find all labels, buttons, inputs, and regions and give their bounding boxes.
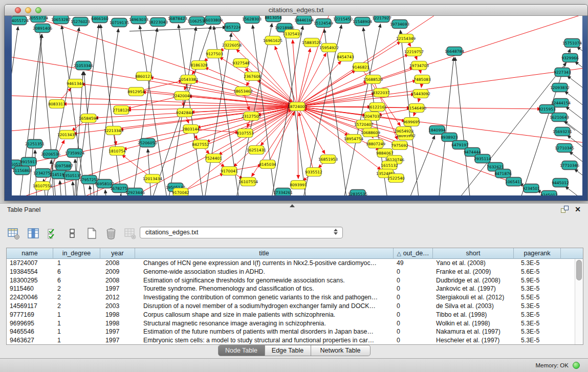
- graph-node[interactable]: 18107554: [33, 182, 52, 190]
- column-header-title[interactable]: title: [135, 248, 394, 259]
- graph-node[interactable]: 9234501: [522, 184, 540, 193]
- citation-edge-black[interactable]: [73, 25, 99, 195]
- column-header-short[interactable]: short: [433, 248, 514, 259]
- tab-network-table[interactable]: Network Table: [311, 345, 371, 356]
- import-table-button[interactable]: [123, 226, 138, 241]
- citation-edge-black[interactable]: [129, 27, 226, 31]
- memory-status-indicator[interactable]: [573, 362, 580, 369]
- graph-node[interactable]: 12835535: [348, 190, 367, 196]
- graph-node[interactable]: 19734703: [409, 61, 429, 70]
- graph-node[interactable]: 7485083: [413, 75, 431, 84]
- graph-node[interactable]: 15883520: [302, 38, 321, 47]
- graph-node[interactable]: 10975887: [54, 162, 73, 170]
- rows-button[interactable]: [64, 226, 80, 241]
- graph-node[interactable]: 21251351: [25, 140, 45, 148]
- graph-node[interactable]: 2803144: [182, 125, 200, 134]
- graph-node[interactable]: 9329966: [561, 54, 579, 62]
- graph-node[interactable]: 11325419: [282, 30, 302, 38]
- table-settings-button[interactable]: [6, 226, 21, 241]
- network-canvas[interactable]: 1872400724055724205537242089140610653287…: [12, 16, 582, 195]
- graph-node[interactable]: 9461344: [67, 79, 84, 88]
- graph-node[interactable]: 15720407: [354, 120, 374, 129]
- citation-edge-black[interactable]: [60, 181, 63, 195]
- graph-node[interactable]: 8186328: [190, 61, 208, 70]
- graph-node[interactable]: 20553724: [29, 16, 48, 23]
- citation-edge-black[interactable]: [565, 186, 582, 195]
- graph-node[interactable]: 1615132: [381, 161, 398, 170]
- graph-node[interactable]: 16122161: [367, 103, 387, 112]
- citation-edge-red[interactable]: [12, 106, 297, 139]
- graph-node[interactable]: 20891406: [33, 24, 52, 33]
- graph-node[interactable]: 14963033: [129, 16, 148, 24]
- graph-node[interactable]: 9146821: [352, 63, 369, 72]
- graph-node[interactable]: 12710345: [555, 144, 574, 152]
- graph-node[interactable]: 15954922: [319, 43, 339, 52]
- graph-node[interactable]: 18653462: [233, 87, 253, 96]
- graph-node[interactable]: 9170041: [221, 167, 238, 176]
- graph-node[interactable]: 16584594: [79, 114, 98, 123]
- graph-node[interactable]: 23127505: [242, 112, 261, 121]
- graph-node[interactable]: 6466160: [91, 16, 108, 23]
- graph-node[interactable]: 7524401: [205, 154, 222, 163]
- scrollbar-thumb[interactable]: [576, 260, 582, 280]
- citation-edge-red[interactable]: [297, 54, 408, 106]
- graph-node[interactable]: 11548908: [353, 17, 372, 26]
- graph-node[interactable]: 9170042: [172, 188, 189, 196]
- graph-node[interactable]: 12219757: [404, 48, 424, 56]
- graph-node[interactable]: 2367608: [244, 72, 261, 81]
- splitter-arrow-icon[interactable]: [290, 204, 295, 207]
- graph-node[interactable]: 16033809: [203, 16, 223, 25]
- graph-node[interactable]: 18223043: [148, 18, 168, 27]
- vertical-scrollbar[interactable]: [575, 259, 583, 344]
- graph-node[interactable]: 16878423: [168, 16, 187, 23]
- graph-node[interactable]: 17334261: [273, 188, 293, 196]
- citation-edge-black[interactable]: [105, 190, 109, 195]
- graph-node[interactable]: 10543382: [179, 75, 198, 84]
- graph-node[interactable]: 9242844: [176, 108, 193, 117]
- citation-edge-black[interactable]: [455, 57, 472, 195]
- graph-node[interactable]: 1810754: [108, 147, 126, 156]
- graph-node[interactable]: 17359924: [65, 149, 84, 158]
- table-selector-dropdown[interactable]: citations_edges.txt: [140, 227, 343, 238]
- graph-node[interactable]: 18954754: [344, 135, 363, 143]
- table-row[interactable]: 1456911722003Disruption of a novel membe…: [7, 302, 575, 311]
- graph-node[interactable]: 15751074: [562, 39, 582, 48]
- graph-node[interactable]: 10653287: [51, 16, 71, 24]
- citation-edge-black[interactable]: [575, 169, 582, 187]
- graph-node[interactable]: 21053346: [74, 61, 93, 70]
- graph-node[interactable]: 25206050: [138, 139, 157, 147]
- graph-node[interactable]: 19654923: [394, 127, 413, 136]
- graph-node[interactable]: 2935114: [474, 155, 491, 163]
- graph-node[interactable]: 8454743: [337, 53, 354, 61]
- table-row[interactable]: 1938455462009Genome-wide association stu…: [7, 268, 575, 276]
- citation-edge-red[interactable]: [303, 108, 404, 131]
- citation-edge-red[interactable]: [297, 49, 310, 106]
- graph-node[interactable]: 9227343: [554, 68, 571, 77]
- graph-node[interactable]: 22047037: [362, 112, 382, 121]
- column-header-out-degree[interactable]: △out_de…: [394, 248, 433, 259]
- graph-node[interactable]: 12013433: [57, 130, 77, 139]
- graph-node[interactable]: 10688609: [361, 128, 380, 137]
- graph-node[interactable]: 9699695: [403, 118, 420, 126]
- column-header-name[interactable]: name: [7, 248, 53, 259]
- graph-node[interactable]: 17710346: [560, 161, 579, 170]
- graph-node[interactable]: 16251431: [247, 146, 266, 155]
- graph-node[interactable]: 15276023: [71, 17, 90, 26]
- table-row[interactable]: 946554611997Estimation of the future num…: [7, 327, 575, 336]
- graph-node[interactable]: 20206536: [41, 150, 60, 159]
- graph-node[interactable]: 10719135: [110, 18, 129, 27]
- table-row[interactable]: 1872400712008Changes of HCN gene express…: [7, 259, 575, 268]
- column-header-in-degree[interactable]: in_degree: [53, 248, 100, 259]
- graph-node[interactable]: 23226058: [222, 41, 242, 50]
- table-row[interactable]: 977716911998Corpus callosum shape and si…: [7, 311, 575, 319]
- close-panel-icon[interactable]: ✕: [575, 206, 581, 213]
- new-table-button[interactable]: [84, 226, 99, 241]
- table-row[interactable]: 911546021997Tourette syndrome. Phenomeno…: [7, 285, 575, 293]
- graph-node[interactable]: 15443092: [411, 90, 430, 98]
- graph-node[interactable]: 7975692: [391, 141, 408, 150]
- table-row[interactable]: 946362711997Embryonic stem cells: a mode…: [7, 336, 575, 344]
- tab-edge-table[interactable]: Edge Table: [265, 345, 311, 356]
- graph-node[interactable]: 8083313: [48, 100, 66, 108]
- citation-edge-black[interactable]: [575, 61, 582, 79]
- graph-node[interactable]: 1065411: [505, 178, 522, 186]
